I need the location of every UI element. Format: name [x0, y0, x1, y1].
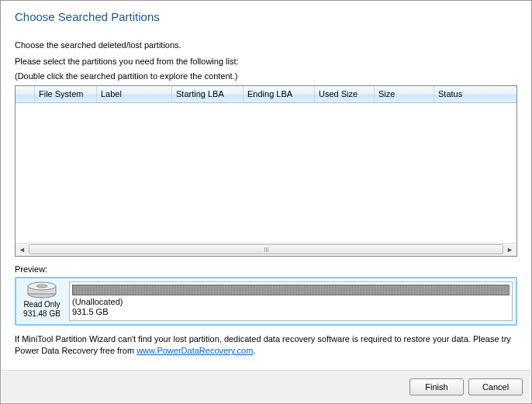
finish-button[interactable]: Finish — [409, 378, 464, 395]
tip-text-before: If MiniTool Partition Wizard can't find … — [15, 334, 511, 355]
scroll-thumb[interactable] — [29, 244, 503, 254]
partition-name: (Unallocated) — [72, 297, 510, 308]
partition-block[interactable]: (Unallocated) 931.5 GB — [69, 281, 513, 322]
disk-mode: Read Only — [19, 300, 64, 310]
disk-size: 931.48 GB — [19, 309, 64, 319]
power-data-recovery-link[interactable]: www.PowerDataRecovery.com — [136, 346, 253, 355]
column-ending-lba[interactable]: Ending LBA — [244, 86, 315, 102]
column-file-system[interactable]: File System — [35, 86, 97, 102]
table-body-empty[interactable] — [16, 103, 516, 243]
column-used-size[interactable]: Used Size — [315, 86, 375, 102]
scroll-right-button[interactable]: ► — [503, 243, 516, 255]
column-checkbox[interactable] — [16, 86, 35, 102]
column-label[interactable]: Label — [97, 86, 172, 102]
scroll-left-button[interactable]: ◄ — [16, 243, 29, 255]
disk-icon — [26, 281, 57, 299]
scroll-track[interactable] — [29, 243, 503, 255]
recovery-tip: If MiniTool Partition Wizard can't find … — [15, 333, 517, 357]
partitions-table: File System Label Starting LBA Ending LB… — [15, 85, 517, 257]
column-starting-lba[interactable]: Starting LBA — [172, 86, 244, 102]
cancel-button[interactable]: Cancel — [468, 378, 523, 395]
instruction-line-2: (Double click the searched partition to … — [15, 71, 517, 82]
preview-label: Preview: — [15, 264, 517, 274]
footer: Finish Cancel — [2, 371, 530, 402]
column-status[interactable]: Status — [434, 86, 516, 102]
preview-panel[interactable]: Read Only 931.48 GB (Unallocated) 931.5 … — [15, 277, 517, 326]
page-title: Choose Searched Partitions — [15, 10, 517, 23]
table-header-row: File System Label Starting LBA Ending LB… — [16, 86, 516, 103]
svg-point-3 — [36, 285, 47, 288]
horizontal-scrollbar[interactable]: ◄ ► — [16, 243, 516, 256]
column-size[interactable]: Size — [375, 86, 434, 102]
tip-text-after: . — [253, 346, 255, 355]
partition-size: 931.5 GB — [72, 307, 510, 318]
subtitle: Choose the searched deleted/lost partiti… — [15, 40, 517, 50]
disk-info: Read Only 931.48 GB — [19, 281, 64, 322]
instruction-line-1: Please select the partitions you need fr… — [15, 56, 517, 67]
partition-bar — [72, 285, 510, 295]
